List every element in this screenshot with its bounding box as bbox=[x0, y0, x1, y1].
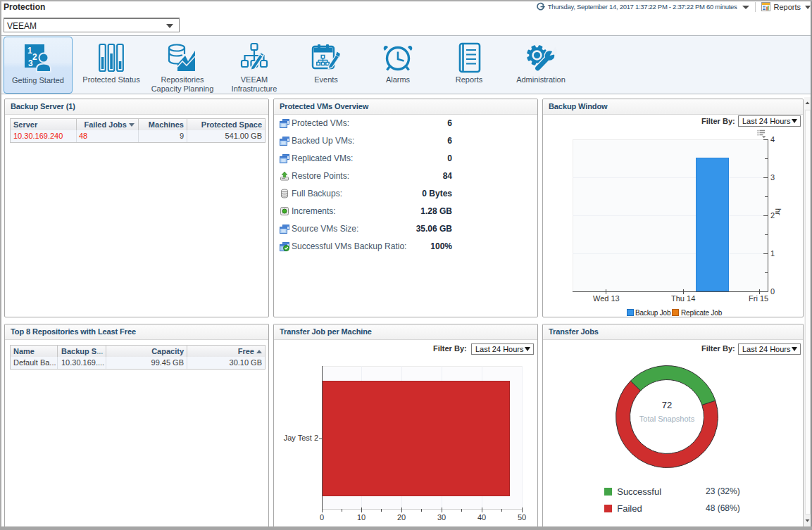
svg-text:3: 3 bbox=[28, 58, 33, 68]
svg-text:2: 2 bbox=[32, 52, 37, 62]
svg-text:1: 1 bbox=[27, 46, 32, 56]
